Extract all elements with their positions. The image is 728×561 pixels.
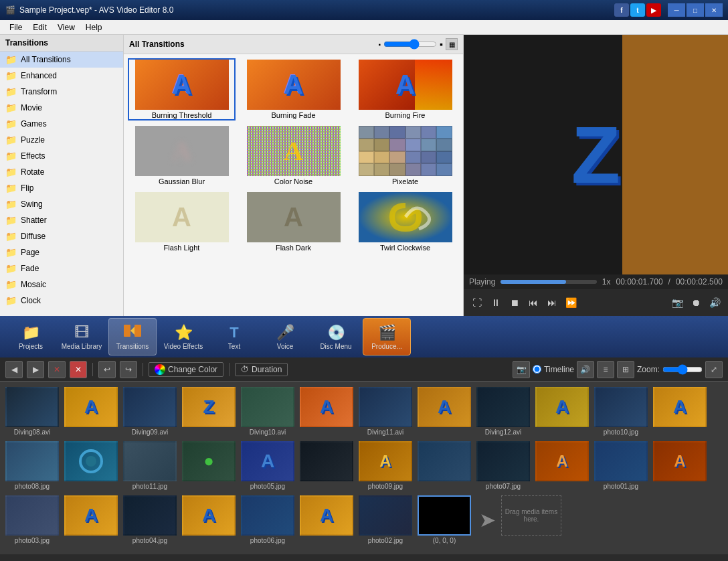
- transition-item-burning-fire[interactable]: A Burning Fire: [351, 58, 459, 121]
- youtube-button[interactable]: ▶: [646, 3, 661, 17]
- transition-item-pixelate[interactable]: Pixelate: [351, 125, 459, 187]
- video-stop-button[interactable]: ⏹: [507, 295, 523, 311]
- media-item-diving11[interactable]: Diving11.avi: [359, 387, 412, 436]
- sidebar-item-enhanced[interactable]: 📁 Enhanced: [0, 68, 123, 84]
- transition-item-burning-fade[interactable]: A Burning Fade: [240, 58, 347, 121]
- video-next-button[interactable]: ⏭: [544, 295, 560, 311]
- media-item-a4[interactable]: A: [535, 387, 589, 436]
- media-item-a5[interactable]: A: [653, 387, 707, 436]
- sidebar-item-puzzle[interactable]: 📁 Puzzle: [0, 132, 123, 148]
- media-item-a2[interactable]: A: [300, 387, 353, 436]
- media-item-photo03[interactable]: photo03.jpg: [5, 495, 59, 544]
- video-snapshot-button[interactable]: 📷: [669, 295, 685, 311]
- menu-view[interactable]: View: [52, 21, 80, 33]
- tool-video-effects[interactable]: ⭐ Video Effects: [159, 318, 207, 355]
- tool-produce[interactable]: 🎬 Produce...: [363, 318, 411, 355]
- sidebar-item-effects[interactable]: 📁 Effects: [0, 148, 123, 164]
- sidebar-item-swing[interactable]: 📁 Swing: [0, 196, 123, 212]
- media-item-a11[interactable]: A: [653, 441, 707, 490]
- sidebar-item-games[interactable]: 📁 Games: [0, 116, 123, 132]
- media-item-a7[interactable]: ●: [182, 441, 236, 490]
- tl-redo-button[interactable]: ↪: [120, 361, 137, 378]
- media-item-photo05[interactable]: A photo05.jpg: [241, 441, 294, 490]
- sidebar-item-movie[interactable]: 📁 Movie: [0, 100, 123, 116]
- transition-item-flash-light[interactable]: A Flash Light: [128, 191, 236, 253]
- close-button[interactable]: ✕: [705, 3, 723, 17]
- media-item-photo06[interactable]: photo06.jpg: [241, 495, 294, 544]
- transition-item-burning-threshold[interactable]: A Burning Threshold: [128, 58, 236, 121]
- media-item-a9[interactable]: [418, 441, 471, 490]
- maximize-button[interactable]: □: [687, 3, 704, 17]
- sidebar-item-mosaic[interactable]: 📁 Mosaic: [0, 276, 123, 293]
- grid-button[interactable]: ⊞: [617, 361, 634, 378]
- transition-item-color-noise[interactable]: A Color Noise: [240, 125, 347, 187]
- transition-item-twirl-clockwise[interactable]: Twirl Clockwise: [351, 191, 459, 253]
- sidebar-item-flip[interactable]: 📁 Flip: [0, 180, 123, 196]
- sidebar-item-transform[interactable]: 📁 Transform: [0, 84, 123, 100]
- media-item-z1[interactable]: Z: [182, 387, 236, 436]
- transition-item-flash-dark[interactable]: A Flash Dark: [240, 191, 347, 253]
- media-item-photo09[interactable]: A photo09.jpg: [359, 441, 412, 490]
- media-item-a13[interactable]: A: [182, 495, 236, 544]
- media-item-diving08[interactable]: Diving08.avi: [5, 387, 59, 436]
- tool-text[interactable]: T Text: [210, 318, 258, 355]
- sidebar-item-page[interactable]: 📁 Page: [0, 244, 123, 260]
- tool-media-library[interactable]: 🎞 Media Library: [58, 318, 106, 355]
- menu-help[interactable]: Help: [80, 21, 108, 33]
- facebook-button[interactable]: f: [614, 3, 629, 17]
- media-item-a10[interactable]: A: [535, 441, 589, 490]
- media-item-photo04[interactable]: photo04.jpg: [123, 495, 177, 544]
- media-item-a1[interactable]: A: [64, 387, 118, 436]
- tl-remove-button[interactable]: ✕: [48, 361, 66, 378]
- tool-projects[interactable]: 📁 Projects: [7, 318, 55, 355]
- menu-file[interactable]: File: [4, 21, 27, 33]
- media-item-a3[interactable]: A: [418, 387, 471, 436]
- media-item-a14[interactable]: A: [300, 495, 353, 544]
- twitter-button[interactable]: t: [630, 3, 645, 17]
- sidebar-item-diffuse[interactable]: 📁 Diffuse: [0, 228, 123, 244]
- media-item-photo08[interactable]: photo08.jpg: [5, 441, 59, 490]
- timeline-radio[interactable]: [533, 365, 541, 374]
- media-item-diving10[interactable]: Diving10.avi: [241, 387, 294, 436]
- media-item-a8[interactable]: [300, 441, 353, 490]
- progress-bar[interactable]: [500, 280, 596, 284]
- sidebar-item-clock[interactable]: 📁 Clock: [0, 293, 123, 309]
- media-item-photo07[interactable]: photo07.jpg: [476, 441, 530, 490]
- sidebar-item-all-transitions[interactable]: 📁 All Transitions: [0, 52, 123, 68]
- tl-back-button[interactable]: ◀: [5, 361, 23, 378]
- sound-button[interactable]: 🔊: [577, 361, 594, 378]
- size-slider[interactable]: [383, 39, 437, 50]
- grid-view-button[interactable]: ▦: [446, 38, 458, 50]
- sidebar-item-rotate[interactable]: 📁 Rotate: [0, 164, 123, 180]
- video-volume-button[interactable]: 🔊: [707, 295, 723, 311]
- media-item-a6[interactable]: [64, 441, 118, 490]
- video-record-button[interactable]: ⏺: [688, 295, 704, 311]
- change-color-button[interactable]: Change Color: [149, 362, 223, 377]
- menu-edit[interactable]: Edit: [27, 21, 52, 33]
- zoom-slider[interactable]: [662, 364, 703, 375]
- tool-voice[interactable]: 🎤 Voice: [261, 318, 309, 355]
- media-item-diving12[interactable]: Diving12.avi: [476, 387, 530, 436]
- tool-transitions[interactable]: Transitions: [108, 318, 157, 355]
- fit-button[interactable]: ⤢: [705, 361, 723, 378]
- tl-delete-button[interactable]: ✕: [70, 361, 87, 378]
- media-item-photo02[interactable]: photo02.jpg: [359, 495, 412, 544]
- minimize-button[interactable]: ─: [668, 3, 685, 17]
- video-fullscreen-button[interactable]: ⛶: [469, 295, 485, 311]
- media-item-drag-area[interactable]: Drag media items here.: [501, 495, 561, 544]
- video-rewind-button[interactable]: ⏩: [563, 295, 579, 311]
- media-item-diving09[interactable]: Diving09.avi: [123, 387, 177, 436]
- media-item-photo01[interactable]: photo01.jpg: [594, 441, 648, 490]
- media-item-photo10[interactable]: photo10.jpg: [594, 387, 648, 436]
- media-item-selected[interactable]: (0, 0, 0): [418, 495, 471, 544]
- tl-undo-button[interactable]: ↩: [98, 361, 116, 378]
- video-prev-button[interactable]: ⏮: [525, 295, 541, 311]
- video-pause-button[interactable]: ⏸: [488, 295, 504, 311]
- transition-item-gaussian-blur[interactable]: A Gaussian Blur: [128, 125, 236, 187]
- tl-forward-button[interactable]: ▶: [27, 361, 44, 378]
- media-item-photo11[interactable]: photo11.jpg: [123, 441, 177, 490]
- list-view-button[interactable]: ≡: [597, 361, 614, 378]
- tool-disc-menu[interactable]: 💿 Disc Menu: [312, 318, 360, 355]
- duration-button[interactable]: ⏱ Duration: [235, 363, 288, 376]
- timeline-icon-btn[interactable]: 📷: [513, 361, 530, 378]
